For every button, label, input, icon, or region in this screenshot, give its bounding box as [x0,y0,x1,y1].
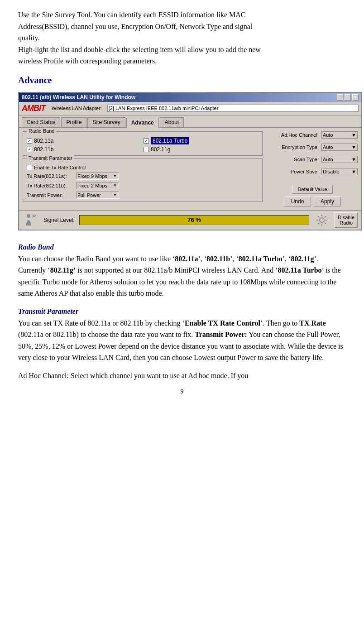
power-save-value: Disable [323,169,340,174]
application-window: 802.11 (a/b) Wireless LAN Utility for Wi… [18,92,362,230]
enable-tx-label: Enable Tx Rate Control [34,165,86,170]
adapter-label: Wireless LAN Adapter: [52,106,102,111]
tx-rate-11b-row: Tx Rate(802.11b): Fixed 2 Mbps ▼ [27,182,259,189]
power-save-row: Power Save: Disable ▼ [267,168,358,175]
tab-about[interactable]: About [160,117,184,127]
intro-line2: Address(BSSID), channel you use, Encrypt… [18,23,252,30]
signal-bar: 76 % [79,215,310,225]
tx-power-select[interactable]: Full Power ▼ [76,192,119,199]
encryption-type-row: Encryption Type: Auto ▼ [267,144,358,151]
checkbox-802-11a-turbo-label: 802.11a Turbo [151,137,189,144]
checkbox-802-11a-turbo[interactable] [144,138,149,144]
checkbox-802-11b[interactable] [27,147,32,152]
tx-rate-11b-arrow: ▼ [112,183,118,187]
radio-band-subtitle: Radio Band [18,243,54,251]
tx-rate-11a-select[interactable]: Fixed 9 Mbps ▼ [76,173,119,180]
adhoc-channel-row: Ad.Hoc Channel: Auto ▼ [267,131,358,139]
brand-logo: AMBIT [22,104,45,113]
intro-line4: High-light the list and double-click the… [18,46,261,53]
encryption-type-value: Auto [323,144,333,150]
close-button[interactable]: ✕ [352,94,359,101]
title-bar: 802.11 (a/b) Wireless LAN Utility for Wi… [19,93,361,102]
disable-radio-label2: Radio [340,220,353,226]
adhoc-channel-value: Auto [323,132,333,138]
scan-type-value: Auto [323,157,333,162]
tab-advance[interactable]: Advance [126,118,159,128]
tx-rate-11a-label: Tx Rate(802.11a): [27,173,74,179]
adhoc-note-text: Ad Hoc Channel: Select which channel you… [18,372,248,379]
adapter-value: [2] LAN-Express IEEE 802.11a/b miniPCI A… [109,106,219,111]
tx-param-subsection: Transmit Parameter You can set TX Rate o… [18,306,346,364]
maximize-button[interactable]: □ [345,94,351,101]
tx-power-value: Full Power [77,192,101,198]
radio-band-grid: 802.11a 802.11a Turbo 802.11b [27,137,259,153]
adhoc-channel-label: Ad.Hoc Channel: [281,132,319,138]
tx-param-subtitle: Transmit Parameter [18,307,78,315]
scan-type-arrow: ▼ [351,157,356,162]
scan-type-select[interactable]: Auto ▼ [321,156,358,163]
checkbox-802-11a-turbo-row: 802.11a Turbo [144,137,259,144]
adhoc-channel-select[interactable]: Auto ▼ [321,131,358,139]
tab-bar: Card Status Profile Site Survey Advance … [19,115,361,127]
adhoc-channel-arrow: ▼ [351,132,356,138]
intro-paragraph: Use the Site Survey Tool. You can identi… [18,9,346,67]
tx-rate-11b-value: Fixed 2 Mbps [77,183,107,188]
status-bar: Signel Level: 76 % Disable Radio [19,210,361,230]
encryption-type-select[interactable]: Auto ▼ [321,144,358,151]
power-save-arrow: ▼ [351,169,356,174]
tab-content-advance: Radio Band 802.11a 802.11a Turbo [19,127,361,210]
gear-icon [316,214,328,226]
encryption-type-arrow: ▼ [351,144,356,150]
power-save-select[interactable]: Disable ▼ [321,168,358,175]
scan-type-label: Scan Type: [294,157,319,162]
tx-power-label: Transmit Power: [27,192,74,198]
section-title: Advance [18,75,346,86]
undo-button[interactable]: Undo [284,197,311,206]
tx-power-row: Transmit Power: Full Power ▼ [27,192,259,199]
signal-label: Signel Level: [43,217,75,223]
settings-icon-area [314,213,330,227]
tab-profile[interactable]: Profile [61,117,86,127]
enable-tx-row: Enable Tx Rate Control [27,165,259,170]
adapter-dropdown[interactable]: [2] LAN-Express IEEE 802.11a/b miniPCI A… [107,105,359,112]
tx-rate-11a-arrow: ▼ [112,174,118,178]
signal-percent: 76 % [187,216,201,223]
radio-band-group: Radio Band 802.11a 802.11a Turbo [23,131,263,156]
checkbox-enable-tx[interactable] [27,165,32,170]
power-save-label: Power Save: [291,169,319,174]
checkbox-802-11a[interactable] [27,138,32,144]
signal-icon [23,213,39,227]
radio-band-subsection: Radio Band You can choose the Radio Band… [18,241,346,299]
scan-type-row: Scan Type: Auto ▼ [267,156,358,163]
tx-rate-11a-row: Tx Rate(802.11a): Fixed 9 Mbps ▼ [27,173,259,180]
default-value-button[interactable]: Default Value [292,185,333,194]
intro-line5: wireless Profile with corresponding para… [18,57,157,65]
checkbox-802-11a-row: 802.11a [27,137,142,144]
signal-person-svg [24,214,38,226]
disable-radio-button[interactable]: Disable Radio [335,212,358,228]
checkbox-802-11g[interactable] [144,147,149,152]
intro-line1: Use the Site Survey Tool. You can identi… [18,11,246,19]
checkbox-802-11g-row: 802.11g [144,146,259,153]
apply-button[interactable]: Apply [314,197,341,206]
disable-radio-label: Disable [338,215,354,220]
toolbar: AMBIT Wireless LAN Adapter: [2] LAN-Expr… [19,102,361,115]
adhoc-note: Ad Hoc Channel: Select which channel you… [18,370,346,382]
tx-power-arrow: ▼ [112,193,118,197]
right-panel: Ad.Hoc Channel: Auto ▼ Encryption Type: … [267,131,358,206]
tab-site-survey[interactable]: Site Survey [87,117,125,127]
tx-rate-11b-select[interactable]: Fixed 2 Mbps ▼ [76,182,119,189]
minimize-button[interactable]: _ [337,94,343,101]
tx-param-title: Transmit Parameter [27,155,74,161]
tx-param-group: Transmit Parameter Enable Tx Rate Contro… [23,158,263,202]
checkbox-802-11a-label: 802.11a [34,138,53,144]
checkbox-802-11g-label: 802.11g [151,146,170,153]
tab-card-status[interactable]: Card Status [22,117,60,127]
svg-point-1 [320,218,324,222]
svg-point-0 [27,214,30,218]
intro-line3: quality. [18,34,39,42]
page-number: 9 [18,388,346,395]
encryption-type-label: Encryption Type: [282,144,319,150]
checkbox-802-11b-label: 802.11b [34,146,53,153]
tx-rate-11b-label: Tx Rate(802.11b): [27,183,74,188]
